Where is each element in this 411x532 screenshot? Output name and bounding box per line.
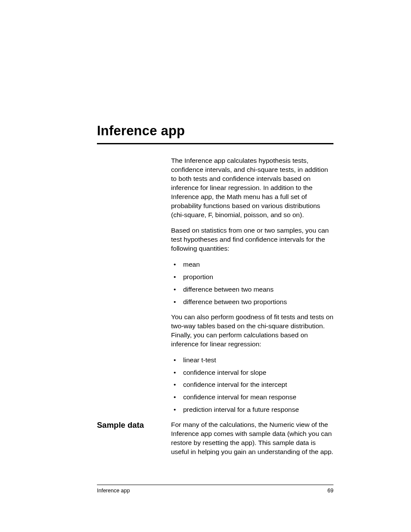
- content-area: Inference app The Inference app calculat…: [97, 123, 333, 464]
- list-item: confidence interval for slope: [171, 368, 333, 377]
- footer-title: Inference app: [97, 488, 130, 494]
- list-item: difference between two proportions: [171, 298, 333, 307]
- quantities-list: mean proportion difference between two m…: [171, 260, 333, 307]
- list-item: confidence interval for the intercept: [171, 380, 333, 389]
- intro-paragraph: The Inference app calculates hypothesis …: [171, 156, 333, 219]
- list-item: mean: [171, 260, 333, 269]
- sample-data-body: For many of the calculations, the Numeri…: [171, 420, 333, 457]
- list-item: proportion: [171, 273, 333, 282]
- list-item: difference between two means: [171, 285, 333, 294]
- page: Inference app The Inference app calculat…: [0, 0, 411, 532]
- sample-data-paragraph: For many of the calculations, the Numeri…: [171, 420, 333, 457]
- regression-list: linear t-test confidence interval for sl…: [171, 356, 333, 415]
- side-heading-sample-data: Sample data: [97, 420, 170, 430]
- list-item: prediction interval for a future respons…: [171, 405, 333, 414]
- page-number: 69: [327, 488, 333, 494]
- title-rule: [97, 143, 333, 144]
- footer-rule: [97, 485, 333, 485]
- body-column: The Inference app calculates hypothesis …: [171, 156, 333, 414]
- list-item: confidence interval for mean response: [171, 393, 333, 402]
- list-item: linear t-test: [171, 356, 333, 365]
- paragraph-3: You can also perform goodness of fit tes…: [171, 313, 333, 349]
- chapter-title: Inference app: [97, 123, 333, 139]
- page-footer: Inference app 69: [97, 488, 333, 494]
- sample-data-section: Sample data For many of the calculations…: [97, 420, 333, 457]
- paragraph-2: Based on statistics from one or two samp…: [171, 226, 333, 253]
